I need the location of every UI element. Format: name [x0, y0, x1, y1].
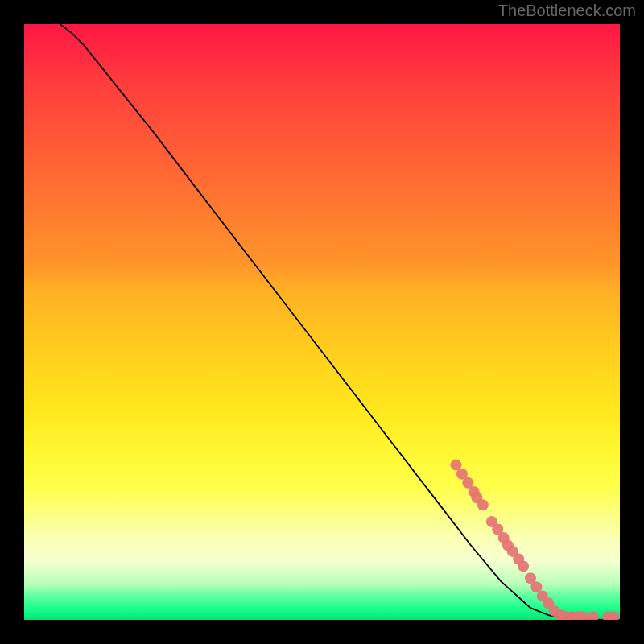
watermark-text: TheBottleneck.com	[498, 2, 636, 20]
chart-overlay	[24, 24, 620, 620]
plot-area	[24, 24, 620, 620]
data-point	[588, 611, 599, 620]
data-point	[518, 560, 529, 572]
bottleneck-curve	[60, 24, 620, 620]
data-points-group	[451, 460, 620, 620]
data-point	[477, 499, 489, 510]
